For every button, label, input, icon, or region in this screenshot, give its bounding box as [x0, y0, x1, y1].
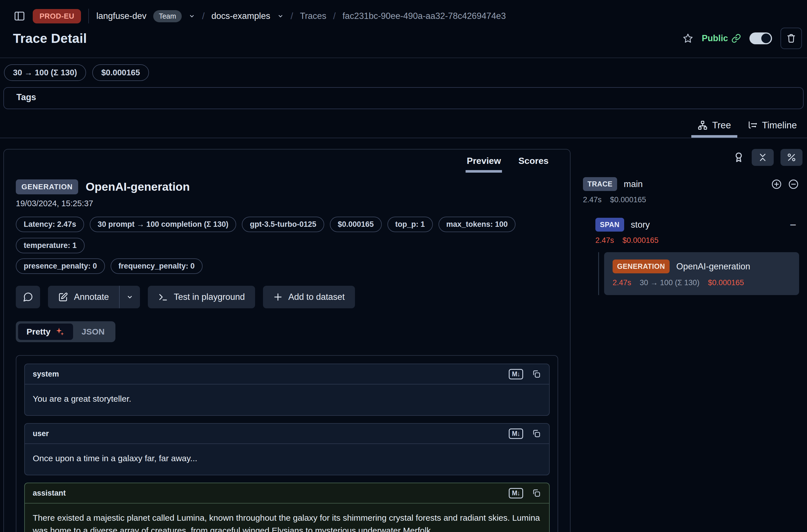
message-role: user	[33, 429, 49, 438]
pencil-square-icon	[58, 292, 68, 302]
chevron-down-icon	[277, 13, 284, 19]
page-title: Trace Detail	[13, 31, 87, 46]
trace-tree-sidebar: TRACE main	[578, 149, 803, 295]
add-to-dataset-label: Add to dataset	[288, 292, 345, 302]
tab-tree[interactable]: Tree	[691, 118, 737, 138]
span-node-stats: 2.47s $0.000165	[595, 236, 799, 245]
trace-tree: TRACE main	[578, 177, 803, 295]
scores-award-button[interactable]	[732, 151, 745, 164]
format-pretty-button[interactable]: Pretty	[18, 324, 73, 340]
generation-node-stats: 2.47s 30 → 100 (Σ 130) $0.000165	[613, 279, 791, 287]
annotate-button[interactable]: Annotate	[48, 286, 119, 308]
star-icon	[682, 33, 693, 44]
markdown-icon: M↓	[509, 429, 523, 439]
copy-button[interactable]	[531, 488, 541, 498]
timeline-icon	[748, 120, 757, 130]
expand-all-button[interactable]	[771, 178, 782, 190]
tags-section[interactable]: Tags	[3, 87, 804, 109]
public-link[interactable]: Public	[702, 33, 741, 43]
message-system: system M↓ You are a g	[24, 364, 550, 416]
tab-timeline[interactable]: Timeline	[741, 118, 803, 138]
delete-trace-button[interactable]	[781, 27, 802, 49]
copy-icon	[531, 369, 541, 379]
breadcrumb-org[interactable]: langfuse-dev	[96, 11, 147, 21]
tab-preview[interactable]: Preview	[466, 153, 502, 173]
tree-expand-controls	[771, 178, 799, 190]
collapse-all-button[interactable]	[788, 178, 799, 190]
panel-left-icon	[14, 10, 25, 22]
message-header: assistant M↓	[25, 483, 549, 504]
tree-icon	[697, 120, 708, 130]
chevron-down-icon	[188, 13, 195, 19]
message-header: system M↓	[25, 364, 549, 384]
comment-icon	[23, 292, 33, 302]
add-to-dataset-button[interactable]: Add to dataset	[263, 286, 355, 308]
markdown-toggle-button[interactable]: M↓	[509, 489, 523, 497]
breadcrumb-bar: PROD-EU langfuse-dev Team / docs-example…	[0, 0, 807, 27]
cost-badge: $0.000165	[330, 217, 382, 232]
message-tools: M↓	[509, 488, 541, 498]
collapse-panel-button[interactable]	[752, 149, 774, 166]
generation-node-wrapper: GENERATION OpenAI-generation 2.47s 30 → …	[598, 252, 799, 295]
generation-cost: $0.000165	[708, 279, 744, 287]
message-paragraph: There existed a majestic planet called L…	[33, 511, 541, 532]
trace-node-name: main	[624, 179, 643, 189]
tab-tree-label: Tree	[712, 120, 731, 131]
annotate-dropdown-button[interactable]	[119, 286, 140, 308]
observation-name: OpenAI-generation	[86, 180, 190, 193]
trace-token-usage-badge: 30 → 100 (Σ 130)	[4, 64, 86, 81]
messages-container: system M↓ You are a g	[16, 355, 558, 532]
latency-badge: Latency: 2.47s	[16, 217, 84, 232]
presence-penalty-badge: presence_penalty: 0	[16, 259, 105, 274]
trace-cost: $0.000165	[610, 195, 646, 204]
test-in-playground-button[interactable]: Test in playground	[148, 286, 255, 308]
trace-latency: 2.47s	[583, 195, 602, 204]
markdown-toggle-button[interactable]: M↓	[509, 430, 523, 437]
collapse-span-button[interactable]: −	[790, 219, 796, 230]
message-role: system	[33, 370, 59, 379]
trace-node-badge: TRACE	[583, 177, 617, 191]
breadcrumb-project[interactable]: docs-examples	[211, 11, 270, 21]
message-user: user M↓ Once upon a t	[24, 423, 550, 475]
markdown-toggle-button[interactable]: M↓	[509, 370, 523, 378]
public-toggle[interactable]	[749, 33, 772, 44]
project-switcher-button[interactable]	[277, 13, 284, 19]
playground-label: Test in playground	[174, 292, 245, 302]
comment-button[interactable]	[16, 286, 40, 308]
sidebar-toggle-button[interactable]	[14, 10, 25, 22]
generation-node-selected[interactable]: GENERATION OpenAI-generation 2.47s 30 → …	[604, 252, 799, 295]
plus-icon	[273, 292, 283, 302]
markdown-icon: M↓	[509, 488, 523, 498]
show-metrics-percent-button[interactable]	[781, 149, 803, 166]
public-label: Public	[702, 33, 728, 43]
breadcrumb-separator: /	[202, 11, 205, 21]
org-switcher-button[interactable]	[188, 13, 195, 19]
trace-detail-page: PROD-EU langfuse-dev Team / docs-example…	[0, 0, 807, 532]
observation-type-badge: GENERATION	[16, 179, 78, 194]
message-paragraph: You are a great storyteller.	[33, 392, 541, 405]
copy-button[interactable]	[531, 429, 541, 438]
format-json-button[interactable]: JSON	[73, 324, 113, 340]
generation-node-name: OpenAI-generation	[676, 262, 750, 272]
breadcrumb-separator: /	[290, 11, 293, 21]
trace-node-row[interactable]: TRACE main	[583, 177, 799, 191]
model-badge[interactable]: gpt-3.5-turbo-0125	[242, 217, 324, 232]
bookmark-star-button[interactable]	[682, 33, 693, 44]
message-content: Once upon a time in a galaxy far, far aw…	[25, 444, 549, 475]
link-icon	[731, 34, 741, 43]
copy-button[interactable]	[531, 369, 541, 379]
span-node-row[interactable]: SPAN story −	[595, 218, 799, 232]
tags-label: Tags	[16, 92, 36, 102]
percent-icon	[786, 152, 796, 163]
award-icon	[732, 151, 745, 164]
message-tools: M↓	[509, 429, 541, 438]
span-cost: $0.000165	[622, 236, 659, 245]
message-content: You are a great storyteller.	[25, 384, 549, 415]
tab-scores[interactable]: Scores	[517, 153, 550, 173]
copy-icon	[531, 429, 541, 438]
annotate-split-button: Annotate	[48, 286, 140, 308]
annotate-label: Annotate	[74, 292, 109, 302]
header-actions: Public	[682, 27, 802, 49]
breadcrumb-traces[interactable]: Traces	[300, 11, 326, 21]
message-paragraph: Once upon a time in a galaxy far, far aw…	[33, 452, 541, 464]
